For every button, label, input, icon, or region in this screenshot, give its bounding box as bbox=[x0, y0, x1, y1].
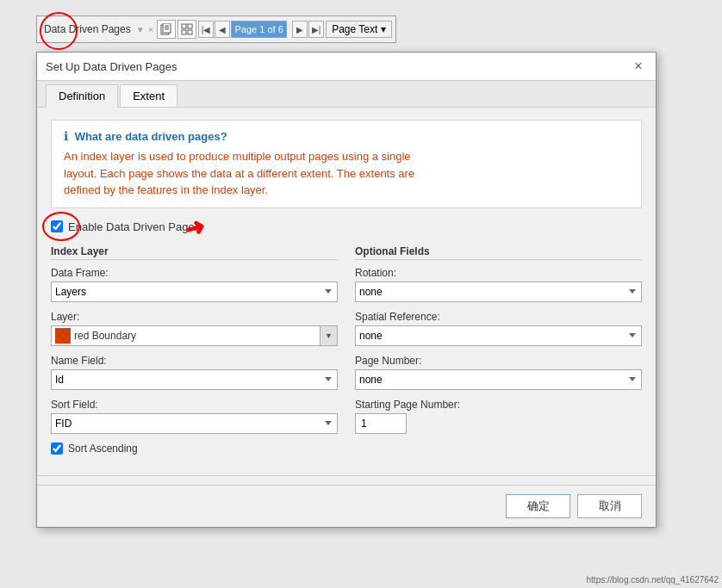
optional-fields-title: Optional Fields bbox=[355, 245, 642, 260]
data-frame-select[interactable]: Layers bbox=[51, 282, 338, 302]
diamond-icon bbox=[58, 331, 68, 341]
page-text-label: Page Text ▾ bbox=[332, 23, 385, 35]
page-number-select[interactable]: none bbox=[355, 369, 642, 390]
data-driven-pages-toolbar: Data Driven Pages ▾ × |◀ ◀ ▶ ▶| Page Tex… bbox=[36, 15, 396, 43]
rotation-label: Rotation: bbox=[355, 267, 642, 279]
toolbar-grid-btn[interactable] bbox=[177, 20, 196, 39]
sort-field-select[interactable]: FID bbox=[51, 413, 338, 434]
setup-dialog: Set Up Data Driven Pages × Definition Ex… bbox=[36, 52, 657, 528]
spatial-ref-label: Spatial Reference: bbox=[355, 311, 642, 323]
dialog-titlebar: Set Up Data Driven Pages × bbox=[37, 53, 656, 81]
pages-icon bbox=[160, 23, 172, 35]
sort-ascending-checkbox[interactable] bbox=[51, 443, 63, 455]
grid-icon bbox=[181, 23, 193, 35]
page-number-label: Page Number: bbox=[355, 355, 642, 367]
dialog-footer: 确定 取消 bbox=[37, 485, 656, 527]
name-field-group: Name Field: Id bbox=[51, 355, 338, 390]
info-title: What are data driven pages? bbox=[75, 130, 227, 143]
next-page-btn[interactable]: ▶ bbox=[292, 21, 308, 38]
info-header: ℹ What are data driven pages? bbox=[64, 129, 629, 143]
enable-label[interactable]: Enable Data Driven Pages bbox=[68, 220, 200, 233]
index-layer-title: Index Layer bbox=[51, 245, 338, 260]
toolbar-close-x[interactable]: × bbox=[148, 24, 153, 34]
layer-field-wrapper[interactable]: red Boundary ▼ bbox=[51, 325, 338, 346]
starting-page-input[interactable] bbox=[355, 413, 407, 434]
starting-page-label: Starting Page Number: bbox=[355, 399, 642, 411]
info-text: An index layer is used to produce multip… bbox=[64, 148, 629, 199]
dialog-tabs: Definition Extent bbox=[37, 81, 656, 108]
sort-ascending-label[interactable]: Sort Ascending bbox=[68, 443, 138, 455]
footer-divider bbox=[37, 475, 656, 476]
svg-rect-5 bbox=[182, 24, 186, 28]
tab-extent[interactable]: Extent bbox=[120, 84, 177, 107]
toolbar-title: Data Driven Pages bbox=[40, 23, 134, 35]
enable-row: Enable Data Driven Pages ➜ bbox=[51, 220, 642, 233]
starting-page-group: Starting Page Number: bbox=[355, 399, 642, 434]
page-nav: |◀ ◀ ▶ ▶| bbox=[198, 21, 324, 38]
name-field-label: Name Field: bbox=[51, 355, 338, 367]
dialog-title: Set Up Data Driven Pages bbox=[46, 60, 177, 73]
tab-definition[interactable]: Definition bbox=[46, 84, 118, 108]
sort-ascending-row: Sort Ascending bbox=[51, 443, 338, 455]
svg-rect-6 bbox=[188, 24, 192, 28]
sort-field-group: Sort Field: FID bbox=[51, 399, 338, 434]
index-layer-section: Index Layer Data Frame: Layers Layer: bbox=[51, 245, 338, 455]
svg-marker-9 bbox=[59, 331, 67, 340]
rotation-group: Rotation: none bbox=[355, 267, 642, 302]
layer-dropdown-btn[interactable]: ▼ bbox=[320, 326, 337, 345]
data-frame-group: Data Frame: Layers bbox=[51, 267, 338, 302]
layer-text: red Boundary bbox=[74, 330, 320, 342]
layer-icon bbox=[55, 328, 71, 344]
data-frame-label: Data Frame: bbox=[51, 267, 338, 279]
columns-layout: Index Layer Data Frame: Layers Layer: bbox=[51, 245, 642, 455]
optional-fields-section: Optional Fields Rotation: none Spatial R… bbox=[355, 245, 642, 455]
spatial-ref-group: Spatial Reference: none bbox=[355, 311, 642, 346]
page-input[interactable] bbox=[231, 21, 287, 38]
dialog-content: ℹ What are data driven pages? An index l… bbox=[37, 108, 656, 467]
page-number-group: Page Number: none bbox=[355, 355, 642, 390]
layer-group: Layer: red Boundary ▼ bbox=[51, 311, 338, 346]
cancel-button[interactable]: 取消 bbox=[577, 494, 642, 518]
page-text-button[interactable]: Page Text ▾ bbox=[326, 21, 391, 38]
name-field-select[interactable]: Id bbox=[51, 369, 338, 390]
toolbar-icon-btn[interactable] bbox=[157, 20, 176, 39]
prev-page-btn[interactable]: ◀ bbox=[215, 21, 230, 38]
last-page-btn[interactable]: ▶| bbox=[308, 21, 324, 38]
rotation-select[interactable]: none bbox=[355, 282, 642, 302]
first-page-btn[interactable]: |◀ bbox=[198, 21, 214, 38]
svg-rect-7 bbox=[182, 30, 186, 34]
layer-label: Layer: bbox=[51, 311, 338, 323]
dialog-close-button[interactable]: × bbox=[630, 58, 647, 75]
svg-rect-8 bbox=[188, 30, 192, 34]
watermark: https://blog.csdn.net/qq_41627642 bbox=[587, 575, 719, 585]
toolbar-separator: ▾ bbox=[138, 24, 143, 35]
sort-field-label: Sort Field: bbox=[51, 399, 338, 411]
ok-button[interactable]: 确定 bbox=[506, 494, 570, 518]
info-icon: ℹ bbox=[64, 129, 68, 143]
enable-checkbox[interactable] bbox=[51, 220, 63, 232]
info-box: ℹ What are data driven pages? An index l… bbox=[51, 120, 642, 208]
spatial-ref-select[interactable]: none bbox=[355, 325, 642, 346]
